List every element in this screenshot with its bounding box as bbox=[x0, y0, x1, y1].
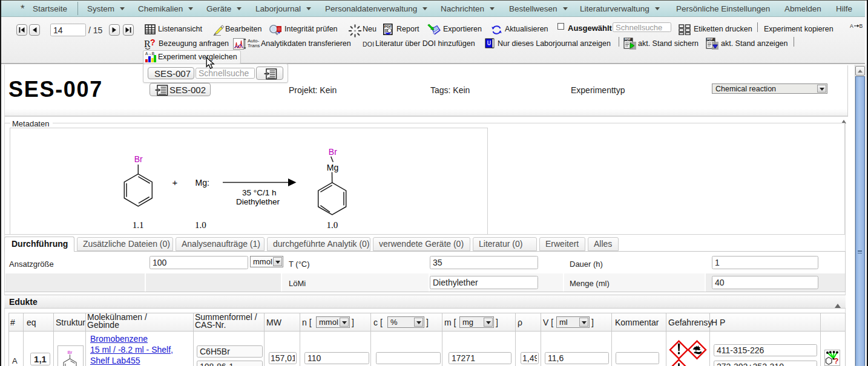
svg-text:+: + bbox=[173, 177, 178, 188]
svg-text:PDF: PDF bbox=[625, 38, 631, 41]
svg-text:1.0: 1.0 bbox=[195, 220, 206, 230]
svg-text:PDF: PDF bbox=[707, 38, 713, 41]
svg-text:Br: Br bbox=[329, 147, 337, 157]
svg-text:A: A bbox=[850, 23, 853, 29]
svg-text:Mg:: Mg: bbox=[196, 178, 209, 188]
svg-text:Mg: Mg bbox=[327, 163, 338, 172]
svg-text:Br: Br bbox=[68, 350, 73, 355]
svg-text:B: B bbox=[860, 23, 863, 29]
svg-text:?: ? bbox=[150, 38, 156, 47]
svg-text:35 °C/1 h: 35 °C/1 h bbox=[242, 188, 276, 197]
svg-text:1.1: 1.1 bbox=[133, 220, 144, 230]
svg-text:A→B: A→B bbox=[145, 51, 154, 56]
svg-text:?: ? bbox=[834, 356, 839, 365]
svg-text:Diethylether: Diethylether bbox=[236, 197, 280, 206]
svg-text:Br: Br bbox=[134, 154, 143, 164]
svg-text:1.0: 1.0 bbox=[327, 220, 338, 230]
svg-text:PDF: PDF bbox=[384, 25, 392, 28]
